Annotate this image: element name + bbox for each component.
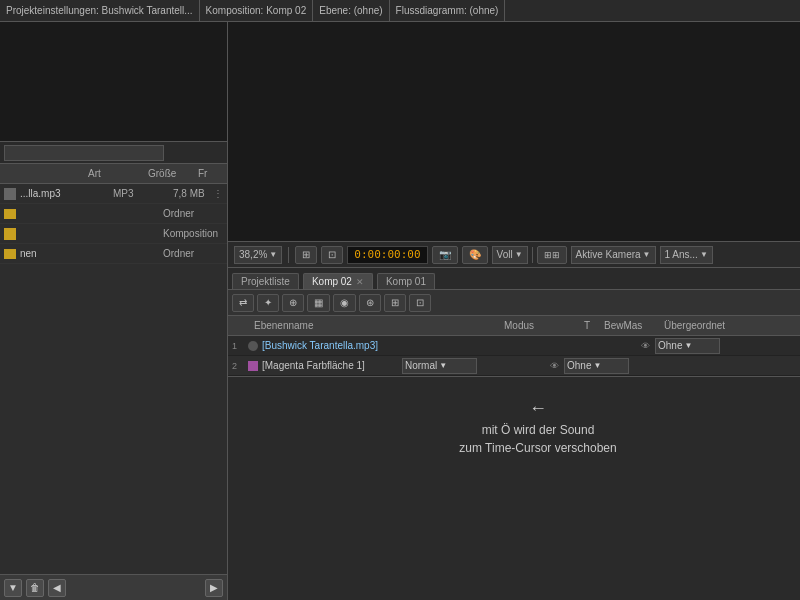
- quality-dropdown[interactable]: Voll ▼: [492, 246, 528, 264]
- file-type: Ordner: [163, 248, 223, 259]
- file-type: MP3: [113, 188, 173, 199]
- views-value: 1 Ans...: [665, 249, 698, 260]
- tl-btn-4[interactable]: ▦: [307, 294, 330, 312]
- camera-btn[interactable]: 📷: [432, 246, 458, 264]
- annotation-area: ← mit Ö wird der Sound zum Time-Cursor v…: [228, 376, 800, 476]
- tl-btn-5[interactable]: ◉: [333, 294, 356, 312]
- zoom-dropdown[interactable]: 38,2% ▼: [234, 246, 282, 264]
- layer-row-audio[interactable]: 1 [Bushwick Tarantella.mp3] 👁: [228, 336, 800, 356]
- annotation-line1: mit Ö wird der Sound: [482, 423, 595, 437]
- audio-icon: [248, 341, 258, 351]
- col-size-header: Größe: [144, 168, 194, 179]
- left-bottom-toolbar: ▼ 🗑 ◀ ▶: [0, 574, 227, 600]
- annotation-line2: zum Time-Cursor verschoben: [459, 441, 616, 455]
- layer-num-2: 2: [232, 361, 246, 371]
- quality-value: Voll: [497, 249, 513, 260]
- file-list-header: Art Größe Fr: [0, 164, 227, 184]
- layer-header: Ebenenname Modus T BewMas Übergeordnet: [228, 316, 800, 336]
- uebergeordnet-dropdown-audio[interactable]: Ohne ▼: [655, 338, 720, 354]
- file-extra-icon: ⋮: [213, 188, 223, 199]
- search-input[interactable]: [4, 145, 164, 161]
- audio-solo-t[interactable]: [572, 339, 586, 353]
- quality-arrow: ▼: [515, 250, 523, 259]
- views-dropdown[interactable]: 1 Ans... ▼: [660, 246, 713, 264]
- eye-icon-2[interactable]: 👁: [550, 361, 564, 371]
- tab-komp01-label: Komp 01: [386, 276, 426, 287]
- new-item-button[interactable]: ▼: [4, 579, 22, 597]
- camera-value: Aktive Kamera: [576, 249, 641, 260]
- list-item[interactable]: Komposition: [0, 224, 227, 244]
- tl-btn-8[interactable]: ⊡: [409, 294, 431, 312]
- audio-ohne-label: Ohne: [658, 340, 682, 351]
- lc-uebergeordnet: Übergeordnet: [662, 320, 782, 331]
- topbar-layer: Ebene: (ohne): [313, 0, 389, 21]
- color-btn[interactable]: 🎨: [462, 246, 488, 264]
- search-bar: [0, 142, 227, 164]
- list-item[interactable]: nen Ordner: [0, 244, 227, 264]
- zoom-arrow: ▼: [269, 250, 277, 259]
- folder-icon: [4, 209, 16, 219]
- file-type: Komposition: [163, 228, 223, 239]
- delete-button[interactable]: 🗑: [26, 579, 44, 597]
- grid2-btn[interactable]: ⊞⊞: [537, 246, 567, 264]
- topbar-flow: Flussdiagramm: (ohne): [390, 0, 506, 21]
- right-panel: 38,2% ▼ ⊞ ⊡ 0:00:00:00 📷 🎨 Voll ▼ ⊞⊞ Akt…: [228, 22, 800, 600]
- camera-dropdown[interactable]: Aktive Kamera ▼: [571, 246, 656, 264]
- layer-icon-audio: [246, 339, 260, 353]
- tl-btn-1[interactable]: ⇄: [232, 294, 254, 312]
- file-name: nen: [20, 248, 163, 259]
- layer-name-video: [Magenta Farbfläche 1]: [262, 360, 402, 371]
- timeline-toolbar: ⇄ ✦ ⊕ ▦ ◉ ⊛ ⊞ ⊡: [228, 290, 800, 316]
- tabs-row: Projektliste Komp 02 ✕ Komp 01: [228, 268, 800, 290]
- tab-komp01[interactable]: Komp 01: [377, 273, 435, 289]
- tab-komp02-label: Komp 02: [312, 276, 352, 287]
- list-item[interactable]: ...lla.mp3 MP3 7,8 MB ⋮: [0, 184, 227, 204]
- left-panel: Art Größe Fr ...lla.mp3 MP3 7,8 MB ⋮ Ord…: [0, 22, 228, 600]
- tab-projektliste[interactable]: Projektliste: [232, 273, 299, 289]
- col-art-header: Art: [84, 168, 144, 179]
- tab-close-komp02[interactable]: ✕: [356, 277, 364, 287]
- topbar-project-label: Projekteinstellungen: Bushwick Tarantell…: [6, 5, 193, 16]
- timeline-area: ⇄ ✦ ⊕ ▦ ◉ ⊛ ⊞ ⊡ Ebenenname Modus T: [228, 290, 800, 600]
- zoom-value: 38,2%: [239, 249, 267, 260]
- folder-icon: [4, 249, 16, 259]
- lc-t: T: [582, 320, 602, 331]
- audio-ohne-arrow: ▼: [684, 341, 692, 350]
- grid-button[interactable]: ⊡: [321, 246, 343, 264]
- timecode-display: 0:00:00:00: [347, 246, 427, 264]
- layer-row-video[interactable]: 2 [Magenta Farbfläche 1] Normal ▼: [228, 356, 800, 376]
- video-modus-label: Normal: [405, 360, 437, 371]
- timeline-left-pane: Ebenenname Modus T BewMas Übergeordnet 1…: [228, 316, 800, 600]
- timecode-value: 0:00:00:00: [354, 248, 420, 261]
- video-modus-arrow: ▼: [439, 361, 447, 370]
- layer-num-1: 1: [232, 341, 246, 351]
- tl-btn-2[interactable]: ✦: [257, 294, 279, 312]
- separator-1: [288, 247, 289, 263]
- layer-name-audio: [Bushwick Tarantella.mp3]: [262, 340, 492, 351]
- lc-bewmas: BewMas: [602, 320, 662, 331]
- annotation-arrow: ←: [529, 398, 547, 419]
- video-ohne-arrow: ▼: [593, 361, 601, 370]
- next-button[interactable]: ▶: [205, 579, 223, 597]
- comp-icon: [4, 228, 16, 240]
- list-item[interactable]: Ordner: [0, 204, 227, 224]
- topbar-flow-label: Flussdiagramm: (ohne): [396, 5, 499, 16]
- tab-projektliste-label: Projektliste: [241, 276, 290, 287]
- lc-modus: Modus: [502, 320, 582, 331]
- control-bar: 38,2% ▼ ⊞ ⊡ 0:00:00:00 📷 🎨 Voll ▼ ⊞⊞ Akt…: [228, 242, 800, 268]
- mp3-icon: [4, 188, 16, 200]
- tl-btn-6[interactable]: ⊛: [359, 294, 381, 312]
- views-arrow: ▼: [700, 250, 708, 259]
- tab-komp02[interactable]: Komp 02 ✕: [303, 273, 373, 289]
- tl-btn-3[interactable]: ⊕: [282, 294, 304, 312]
- eye-icon[interactable]: 👁: [641, 341, 655, 351]
- file-list: ...lla.mp3 MP3 7,8 MB ⋮ Ordner Kompositi…: [0, 184, 227, 574]
- uebergeordnet-dropdown-video[interactable]: Ohne ▼: [564, 358, 629, 374]
- file-name: ...lla.mp3: [20, 188, 113, 199]
- prev-button[interactable]: ◀: [48, 579, 66, 597]
- video-solo-t[interactable]: [481, 359, 495, 373]
- tl-btn-7[interactable]: ⊞: [384, 294, 406, 312]
- fit-button[interactable]: ⊞: [295, 246, 317, 264]
- modus-dropdown-video[interactable]: Normal ▼: [402, 358, 477, 374]
- comp-view: [228, 22, 800, 242]
